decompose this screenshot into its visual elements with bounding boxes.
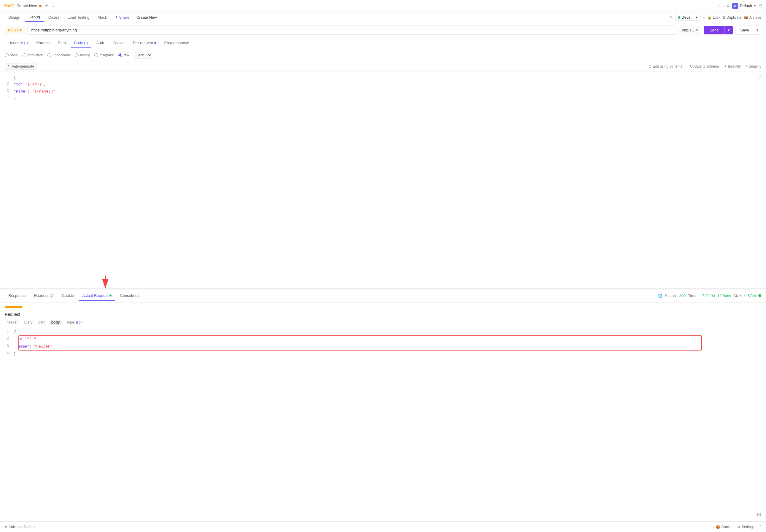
tab-debug[interactable]: Debug [25,13,43,22]
workspace-chevron-icon: ▾ [754,4,756,8]
env-filter-icon[interactable]: ⇅ [670,15,673,20]
wand-icon: ✦ [724,64,727,69]
response-section: Response Headers (7) Cookie Actual Reque… [0,289,766,302]
line-content-2: "id":"{{id}}", [14,81,46,88]
nav-back-button[interactable]: ‹ [718,3,720,9]
url-input[interactable] [27,26,676,35]
req-code-line-1: 1 { [5,329,761,335]
expand-editor-button[interactable]: ⤢ [757,74,761,80]
tab-mock[interactable]: Mock [94,13,110,21]
send-button[interactable]: Send [704,26,724,34]
tab-share[interactable]: ⬆ Share [111,13,133,21]
bottom-bar: « Collapse Sidebar 🍪 Cookie ⚙ Settings ? [0,521,766,532]
type-value: json [76,320,82,324]
cookie-button[interactable]: 🍪 Cookie [716,525,732,529]
duplicate-button[interactable]: ⧉ Duplicate [723,15,741,20]
req-tab-pre-request[interactable]: Pre-request [129,38,160,48]
send-dropdown-button[interactable]: ▾ [724,26,733,34]
upload-icon: ↑ [687,64,689,69]
option-raw[interactable]: raw [118,53,129,57]
req-sub-tab-body[interactable]: body [50,320,62,325]
nav-right: ⇅ Devel... ▾ ≡ 🔒 Lock ⧉ Duplicate 📦 Arch… [670,14,761,21]
option-binary[interactable]: binary [75,53,90,57]
edit-schema-button[interactable]: ⊙ Edit using Schema [649,64,682,69]
nav-forward-button[interactable]: › [722,3,724,9]
settings-button[interactable]: ⚙ Settings [737,525,754,529]
protocol-chevron-icon: ▾ [696,28,698,32]
settings-icon-button[interactable]: ⚙ [726,4,730,8]
req-tab-cookie[interactable]: Cookie [109,38,128,48]
req-sub-tab-path[interactable]: path [36,320,47,325]
method-select[interactable]: POST ▾ [5,26,25,34]
title-plus-button[interactable]: + [44,3,50,9]
workspace-icon: D [732,3,738,9]
req-tab-headers[interactable]: Headers (1) [5,38,31,48]
req-code-line-3: 3 "name": "Helder" [5,343,761,350]
option-msgpack[interactable]: msgpack [94,53,114,57]
request-tabs: Headers (1) Params Path Body (1) Auth Co… [0,37,766,49]
pre-request-dot [154,42,156,44]
option-urlencoded[interactable]: urlencoded [47,53,70,57]
response-content: Request header query path body Type: jso… [0,302,766,522]
line-content-1: { [14,74,16,81]
env-list-icon[interactable]: ≡ [703,16,705,19]
method-chevron-icon: ▾ [20,28,22,32]
workspace-selector[interactable]: D Default ▾ [732,3,756,9]
resp-tab-headers[interactable]: Headers (7) [31,291,57,301]
help-button[interactable]: ? [759,525,761,529]
format-select[interactable]: json [134,52,152,59]
line-content-4: } [14,95,16,102]
response-tabs: Response Headers (7) Cookie Actual Reque… [0,289,766,302]
globe-icon-container: 🌐 [658,294,663,298]
req-tab-auth[interactable]: Auth [93,38,108,48]
tab-design[interactable]: Design [5,13,24,21]
lock-icon: 🔒 [707,15,712,20]
resp-tab-response[interactable]: Response [5,291,29,301]
menu-icon-button[interactable]: ☰ [758,3,762,9]
title-status-dot [39,5,42,7]
protocol-select[interactable]: http/1.1 ▾ [679,26,701,34]
request-title: Create New [136,15,157,20]
actual-request-code: 1 { 2 "id":"21", 3 "name": "Helder" 4 } [5,329,761,358]
req-tab-post-response[interactable]: Post-response [161,38,193,48]
env-label: Devel... [681,15,695,20]
env-selector[interactable]: Devel... ▾ [675,14,700,21]
duration-val: 1296ms [717,294,731,298]
req-tab-path[interactable]: Path [54,38,69,48]
req-sub-tab-query[interactable]: query [22,320,34,325]
auto-generate-button[interactable]: ↻ Auto-generate [5,63,37,70]
line-number-1: 1 [5,74,14,81]
table-view-button[interactable]: ⊞ [757,511,761,518]
resp-tab-actual-request[interactable]: Actual Request [79,291,115,301]
req-tab-params[interactable]: Params [33,38,53,48]
archive-button[interactable]: 📦 Archive [744,15,761,20]
tab-load-testing[interactable]: Load Testing [64,13,93,21]
lock-button[interactable]: 🔒 Lock [707,15,720,20]
option-form-data[interactable]: form-data [23,53,43,57]
tab-cases[interactable]: Cases [45,13,63,21]
line-number-3: 3 [5,88,14,95]
simplify-button[interactable]: ≡ Simplify [746,64,761,69]
resp-tab-console[interactable]: Console (1) [116,291,143,301]
save-button[interactable]: Save [735,26,754,35]
req-sub-tabs: header query path body Type: json [5,320,761,325]
time-val: 17:39:00 [700,294,715,298]
size-val: 0.57kb [744,294,756,298]
collapse-sidebar-button[interactable]: « Collapse Sidebar [5,525,36,529]
actual-request-dot [109,294,111,297]
req-code-line-2: 2 "id":"21", [5,335,761,343]
req-line-content-1: { [14,329,16,335]
resp-tab-cookie[interactable]: Cookie [58,291,77,301]
option-none[interactable]: none [5,53,18,57]
body-options: none form-data urlencoded binary msgpack… [0,49,766,61]
update-schema-button[interactable]: ↑ Update to schema [687,64,719,69]
req-tab-body[interactable]: Body (1) [71,38,92,48]
req-sub-tab-header[interactable]: header [5,320,19,325]
title-more-button[interactable]: ··· [52,4,55,8]
cookie-icon: 🍪 [716,525,720,529]
code-line-4: 4 } [0,95,766,102]
save-dropdown-button[interactable]: ▾ [754,26,761,35]
beautify-button[interactable]: ✦ Beautify [724,64,741,69]
yellow-bar [5,306,23,308]
settings-icon: ⚙ [737,525,740,529]
